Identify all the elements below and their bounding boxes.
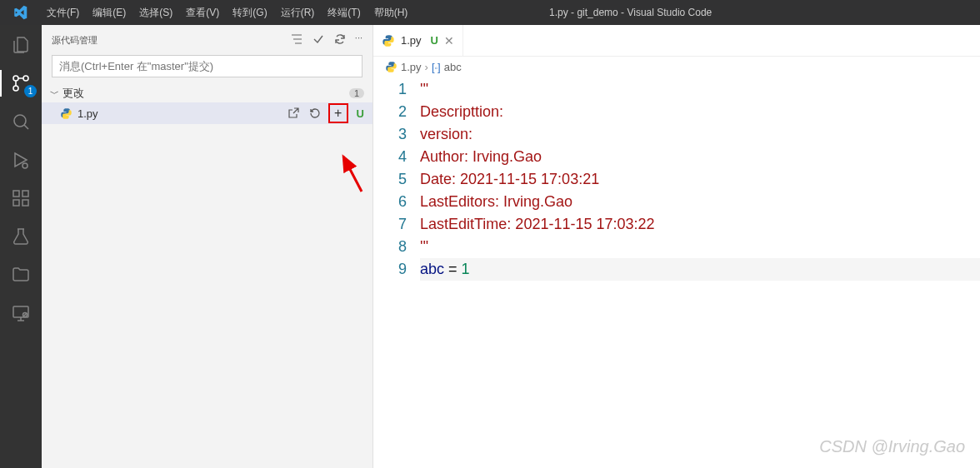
changes-label: 更改 <box>62 86 84 101</box>
svg-rect-9 <box>13 306 28 317</box>
menu-view[interactable]: 查看(V) <box>179 0 226 25</box>
tab-bar: 1.py U ✕ <box>373 25 980 57</box>
tab-status: U <box>431 34 438 47</box>
editor-area: 1.py U ✕ 1.py › [◦] abc 123456789 '''Des… <box>373 25 980 468</box>
commit-icon[interactable] <box>312 32 325 47</box>
close-icon[interactable]: ✕ <box>444 34 454 47</box>
chevron-right-icon: › <box>425 61 428 73</box>
svg-point-0 <box>23 76 28 81</box>
python-file-icon <box>385 61 398 73</box>
changed-file-row[interactable]: 1.py + U <box>42 102 372 124</box>
activity-bar: 1 <box>0 25 42 468</box>
menu-help[interactable]: 帮助(H) <box>368 0 415 25</box>
svg-point-1 <box>13 86 18 91</box>
run-debug-icon[interactable] <box>9 148 32 172</box>
refresh-icon[interactable] <box>333 32 347 47</box>
more-icon[interactable]: ··· <box>355 32 362 47</box>
svg-rect-8 <box>22 200 28 206</box>
file-actions: + U <box>285 103 364 123</box>
scm-panel-header: 源代码管理 ··· <box>42 25 372 55</box>
breadcrumb[interactable]: 1.py › [◦] abc <box>373 57 980 77</box>
python-file-icon <box>382 34 395 47</box>
tab-label: 1.py <box>401 34 422 47</box>
source[interactable]: '''Descripttion: version: Author: Irving… <box>420 78 980 281</box>
commit-message-input[interactable] <box>52 55 362 77</box>
changes-count: 1 <box>349 88 364 98</box>
svg-rect-7 <box>13 200 19 206</box>
view-tree-icon[interactable] <box>290 32 303 47</box>
menu-file[interactable]: 文件(F) <box>40 0 86 25</box>
vscode-logo-icon <box>0 5 40 20</box>
menu-terminal[interactable]: 终端(T) <box>321 0 367 25</box>
folder-icon[interactable] <box>9 263 32 286</box>
menu-go[interactable]: 转到(G) <box>226 0 273 25</box>
discard-icon[interactable] <box>307 105 323 122</box>
symbol-icon: [◦] <box>432 61 441 73</box>
svg-point-2 <box>13 76 18 81</box>
scm-actions: ··· <box>290 32 362 47</box>
extensions-icon[interactable] <box>9 187 32 210</box>
menu-selection[interactable]: 选择(S) <box>132 0 179 25</box>
scm-sidebar: 源代码管理 ··· ﹀ 更改 1 1.py + U <box>42 25 373 468</box>
remote-icon[interactable] <box>9 301 32 325</box>
bc-file: 1.py <box>401 61 422 73</box>
chevron-down-icon: ﹀ <box>50 87 59 100</box>
svg-point-4 <box>22 163 28 168</box>
menu-edit[interactable]: 编辑(E) <box>86 0 132 25</box>
tab-1py[interactable]: 1.py U ✕ <box>373 25 463 56</box>
file-name: 1.py <box>78 107 285 120</box>
svg-rect-5 <box>13 191 19 197</box>
title-bar: 文件(F) 编辑(E) 选择(S) 查看(V) 转到(G) 运行(R) 终端(T… <box>0 0 980 25</box>
svg-point-3 <box>14 115 26 127</box>
gutter: 123456789 <box>373 78 420 281</box>
testing-icon[interactable] <box>9 225 32 248</box>
search-icon[interactable] <box>9 110 32 133</box>
file-status: U <box>357 107 364 120</box>
window-title: 1.py - git_demo - Visual Studio Code <box>414 7 847 18</box>
menu-run[interactable]: 运行(R) <box>274 0 322 25</box>
source-control-icon[interactable]: 1 <box>9 72 32 95</box>
svg-rect-6 <box>22 191 28 197</box>
explorer-icon[interactable] <box>9 33 32 57</box>
code-editor[interactable]: 123456789 '''Descripttion: version: Auth… <box>373 77 980 281</box>
stage-plus-button[interactable]: + <box>328 103 348 123</box>
scm-badge: 1 <box>24 85 37 97</box>
commit-message-box <box>52 55 362 77</box>
scm-title: 源代码管理 <box>52 34 98 47</box>
bc-symbol: abc <box>444 61 462 73</box>
menu-bar: 文件(F) 编辑(E) 选择(S) 查看(V) 转到(G) 运行(R) 终端(T… <box>40 0 414 25</box>
changes-section[interactable]: ﹀ 更改 1 <box>42 84 372 102</box>
python-file-icon <box>60 107 72 120</box>
open-file-icon[interactable] <box>285 105 302 122</box>
